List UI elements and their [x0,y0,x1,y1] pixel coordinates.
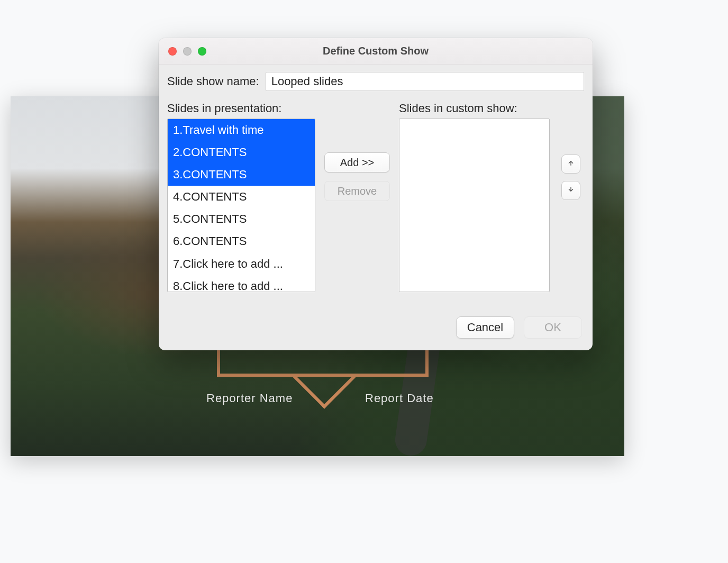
dialog-title: Define Custom Show [159,45,593,57]
report-date-placeholder: Report Date [365,392,434,405]
list-item[interactable]: 4.CONTENTS [168,186,315,208]
slides-in-presentation-label: Slides in presentation: [167,102,315,115]
list-item[interactable]: 6.CONTENTS [168,230,315,252]
cancel-button[interactable]: Cancel [456,316,514,339]
list-item[interactable]: 1.Travel with time [168,119,315,141]
arrow-up-icon [567,159,575,169]
window-controls [159,47,206,56]
list-item[interactable]: 5.CONTENTS [168,208,315,230]
slide-show-name-input[interactable] [266,72,584,91]
zoom-icon[interactable] [198,47,206,56]
slide-show-name-label: Slide show name: [167,75,259,88]
list-item[interactable]: 7.Click here to add ... [168,253,315,275]
move-up-button[interactable] [561,155,580,174]
titlebar: Define Custom Show [159,38,593,65]
reporter-name-placeholder: Reporter Name [206,392,293,405]
list-item[interactable]: 3.CONTENTS [168,164,315,186]
move-down-button[interactable] [561,181,580,200]
list-item[interactable]: 8.Click here to add ... [168,275,315,292]
slides-in-custom-show-label: Slides in custom show: [399,102,552,115]
list-item[interactable]: 2.CONTENTS [168,141,315,164]
ok-button: OK [524,316,582,339]
arrow-down-icon [567,185,575,196]
close-icon[interactable] [168,47,177,56]
add-button[interactable]: Add >> [324,152,390,172]
remove-button: Remove [324,181,390,201]
slides-in-custom-show-list[interactable] [399,119,550,292]
minimize-icon [183,47,192,56]
slides-in-presentation-list[interactable]: 1.Travel with time2.CONTENTS3.CONTENTS4.… [167,119,315,292]
define-custom-show-dialog: Define Custom Show Slide show name: Slid… [159,38,593,350]
